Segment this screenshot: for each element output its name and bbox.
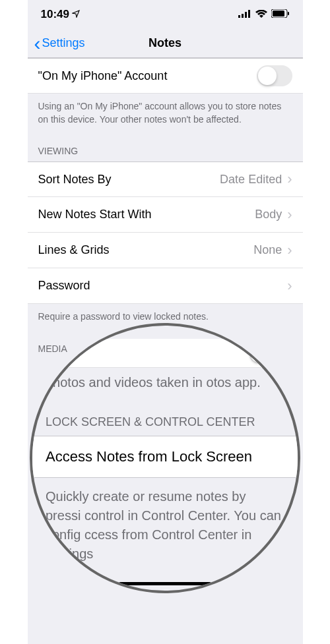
status-bar: 10:49 (28, 0, 303, 29)
chevron-right-icon: › (287, 171, 292, 188)
back-label: Settings (42, 36, 85, 50)
status-time: 10:49 (41, 8, 80, 21)
svg-rect-0 (238, 15, 240, 18)
cell-value: Date Edited (220, 173, 282, 187)
media-footer-partial: photos and videos taken in otos app. (32, 368, 298, 397)
back-button[interactable]: ‹ Settings (28, 34, 85, 53)
lines-grids-cell[interactable]: Lines & Grids None › (28, 233, 303, 268)
svg-rect-6 (288, 12, 289, 15)
status-icons (238, 9, 290, 20)
home-indicator[interactable] (119, 582, 211, 585)
cell-label: Password (38, 279, 90, 293)
toggle-knob (258, 67, 277, 85)
on-my-iphone-cell[interactable]: "On My iPhone" Account (28, 58, 303, 94)
chevron-right-icon: › (287, 278, 292, 295)
battery-icon (271, 9, 290, 20)
cell-value: None (253, 243, 282, 257)
svg-rect-3 (248, 10, 250, 18)
settings-screen: 10:49 ‹ Settings Notes "On My iPhone" Ac… (28, 0, 303, 644)
svg-rect-1 (242, 14, 244, 18)
lock-screen-header: LOCK SCREEN & CONTROL CENTER (32, 397, 298, 436)
access-notes-cell[interactable]: Access Notes from Lock Screen (32, 436, 298, 478)
viewing-header: VIEWING (28, 132, 303, 161)
nav-header: ‹ Settings Notes (28, 29, 303, 58)
signal-icon (238, 9, 251, 20)
svg-rect-2 (245, 12, 247, 18)
svg-rect-5 (273, 11, 284, 16)
time-text: 10:49 (41, 8, 69, 21)
chevron-left-icon: ‹ (34, 34, 41, 53)
chevron-right-icon: › (287, 242, 292, 259)
location-icon (72, 8, 80, 21)
cell-label: New Notes Start With (38, 208, 152, 221)
wifi-icon (255, 9, 267, 20)
cell-value: Body (255, 208, 282, 221)
sort-notes-cell[interactable]: Sort Notes By Date Edited › (28, 161, 303, 197)
password-cell[interactable]: Password › (28, 268, 303, 304)
cell-label: Access Notes from Lock Screen (46, 448, 252, 465)
cell-label: "On My iPhone" Account (38, 69, 168, 83)
on-my-iphone-toggle[interactable] (257, 65, 292, 86)
magnifier-lens: photos and videos taken in otos app. LOC… (30, 323, 300, 593)
chevron-right-icon: › (287, 206, 292, 223)
page-title: Notes (148, 36, 182, 50)
cell-label: Lines & Grids (38, 243, 110, 257)
new-notes-start-cell[interactable]: New Notes Start With Body › (28, 197, 303, 233)
cell-label: Sort Notes By (38, 173, 112, 187)
account-footer: Using an "On My iPhone" account allows y… (28, 94, 303, 132)
lock-screen-footer: Quickly create or resume notes by pressi… (32, 478, 298, 573)
